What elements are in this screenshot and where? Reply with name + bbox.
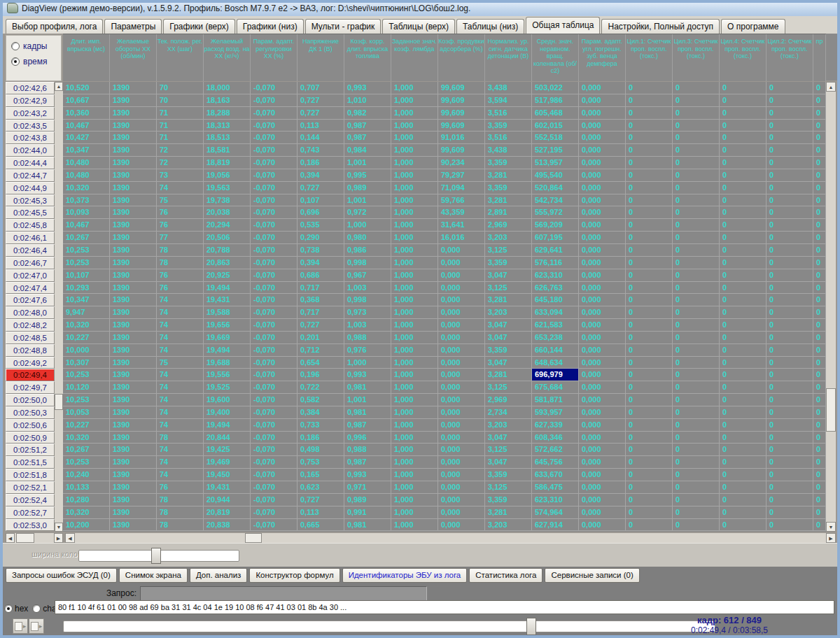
table-cell[interactable]: 0 xyxy=(720,182,766,194)
table-cell[interactable]: 0 xyxy=(813,469,826,481)
table-cell[interactable]: 0 xyxy=(720,244,766,257)
table-cell[interactable]: 10,280 xyxy=(63,494,110,506)
table-cell[interactable]: 3,047 xyxy=(485,357,532,369)
table-cell[interactable]: 0,000 xyxy=(579,194,626,207)
table-cell[interactable]: 1,000 xyxy=(391,232,438,244)
table-cell[interactable]: 1,000 xyxy=(391,132,438,144)
table-cell[interactable]: 0 xyxy=(720,306,766,319)
table-cell[interactable]: 0,000 xyxy=(579,132,626,144)
table-cell[interactable]: 0 xyxy=(766,294,813,306)
table-cell[interactable]: 0 xyxy=(673,369,720,381)
table-cell[interactable]: 3,125 xyxy=(485,244,532,257)
table-cell[interactable]: 1390 xyxy=(110,419,157,432)
table-cell[interactable]: 76 xyxy=(157,481,204,494)
table-cell[interactable]: 3,516 xyxy=(485,107,532,120)
table-cell[interactable]: 78 xyxy=(157,506,204,519)
table-cell[interactable]: 10,253 xyxy=(63,456,110,469)
row-header-time[interactable]: 0:02:43,8 xyxy=(6,132,55,144)
table-cell[interactable]: 0,113 xyxy=(298,506,344,519)
table-cell[interactable]: 18,819 xyxy=(204,157,251,169)
table-cell[interactable]: 0 xyxy=(626,319,673,332)
table-cell[interactable]: 1390 xyxy=(110,257,157,269)
table-cell[interactable]: 74 xyxy=(157,369,204,381)
table-cell[interactable]: -0,070 xyxy=(251,232,298,244)
table-cell[interactable]: 0 xyxy=(766,182,813,194)
table-cell[interactable]: 0,000 xyxy=(438,469,485,481)
table-cell[interactable]: 0,000 xyxy=(438,432,485,444)
table-cell[interactable]: 3,359 xyxy=(485,120,532,132)
selected-cell[interactable]: 696,979 xyxy=(532,369,579,381)
table-cell[interactable]: 0 xyxy=(673,519,720,532)
table-cell[interactable]: 0,000 xyxy=(438,406,485,419)
table-cell[interactable]: 0 xyxy=(673,332,720,344)
table-cell[interactable]: 10,120 xyxy=(63,381,110,394)
table-cell[interactable]: 0 xyxy=(720,82,766,94)
table-cell[interactable]: 0,394 xyxy=(298,257,344,269)
table-cell[interactable]: 75 xyxy=(157,194,204,207)
table-cell[interactable]: 1390 xyxy=(110,519,157,532)
table-cell[interactable]: 0 xyxy=(766,456,813,469)
char-radio[interactable] xyxy=(32,604,41,613)
table-cell[interactable]: 0,717 xyxy=(298,306,344,319)
table-cell[interactable]: 1,000 xyxy=(391,182,438,194)
column-header[interactable]: пр xyxy=(813,34,826,81)
row-header-time[interactable]: 0:02:48,5 xyxy=(6,332,55,344)
table-cell[interactable]: 0,753 xyxy=(298,456,344,469)
table-cell[interactable]: 0 xyxy=(813,519,826,532)
table-cell[interactable]: 0,000 xyxy=(438,269,485,282)
table-cell[interactable]: 0,000 xyxy=(438,506,485,519)
table-cell[interactable]: 0 xyxy=(673,257,720,269)
scroll-down-icon[interactable]: ▼ xyxy=(826,522,836,532)
table-cell[interactable]: 0 xyxy=(720,94,766,107)
table-cell[interactable]: 602,015 xyxy=(532,120,579,132)
table-cell[interactable]: 0 xyxy=(813,306,826,319)
table-cell[interactable]: 0 xyxy=(813,132,826,144)
table-cell[interactable]: 0 xyxy=(673,169,720,182)
table-cell[interactable]: 1390 xyxy=(110,369,157,381)
table-cell[interactable]: 0 xyxy=(720,206,766,219)
table-cell[interactable]: 3,516 xyxy=(485,132,532,144)
table-cell[interactable]: 19,556 xyxy=(204,369,251,381)
table-cell[interactable]: 1,000 xyxy=(391,257,438,269)
table-cell[interactable]: 10,667 xyxy=(63,94,110,107)
table-cell[interactable]: 10,200 xyxy=(63,519,110,532)
table-cell[interactable]: 0 xyxy=(766,444,813,456)
table-cell[interactable]: -0,070 xyxy=(251,306,298,319)
table-cell[interactable]: 0 xyxy=(720,432,766,444)
table-cell[interactable]: -0,070 xyxy=(251,120,298,132)
table-cell[interactable]: 0 xyxy=(673,282,720,295)
table-cell[interactable]: 2,891 xyxy=(485,206,532,219)
table-cell[interactable]: 74 xyxy=(157,456,204,469)
table-cell[interactable]: 10,347 xyxy=(63,144,110,157)
column-header[interactable]: Средн. знач. неравном. вращ. коленвала (… xyxy=(532,34,579,81)
table-cell[interactable]: 0,712 xyxy=(298,344,344,357)
table-cell[interactable]: 1,000 xyxy=(391,219,438,232)
table-cell[interactable]: 1,000 xyxy=(344,357,391,369)
column-header[interactable]: Длит. имп. впрыска (мс) xyxy=(63,34,110,81)
table-cell[interactable]: 10,347 xyxy=(63,294,110,306)
table-cell[interactable]: 1390 xyxy=(110,494,157,506)
extra-analysis-button[interactable]: Доп. анализ xyxy=(190,568,247,583)
table-cell[interactable]: 1390 xyxy=(110,144,157,157)
table-cell[interactable]: 1390 xyxy=(110,94,157,107)
table-cell[interactable]: 99,609 xyxy=(438,120,485,132)
tab-9[interactable]: Настройки, Полный доступ xyxy=(601,19,720,34)
table-cell[interactable]: 517,986 xyxy=(532,94,579,107)
table-cell[interactable]: -0,070 xyxy=(251,219,298,232)
table-cell[interactable]: 513,957 xyxy=(532,157,579,169)
table-cell[interactable]: 1,000 xyxy=(391,406,438,419)
table-cell[interactable]: 1,000 xyxy=(391,381,438,394)
table-cell[interactable]: 19,600 xyxy=(204,394,251,406)
table-cell[interactable]: 0 xyxy=(720,319,766,332)
table-cell[interactable]: 0,000 xyxy=(579,519,626,532)
table-cell[interactable]: 0,717 xyxy=(298,282,344,295)
table-cell[interactable]: 3,281 xyxy=(485,169,532,182)
table-cell[interactable]: 0 xyxy=(813,432,826,444)
table-cell[interactable]: 3,281 xyxy=(485,369,532,381)
table-cell[interactable]: 0,196 xyxy=(298,369,344,381)
table-cell[interactable]: 0 xyxy=(720,381,766,394)
table-cell[interactable]: 99,609 xyxy=(438,94,485,107)
scroll-left-icon[interactable]: ◀ xyxy=(6,533,15,543)
table-cell[interactable]: 2,734 xyxy=(485,406,532,419)
table-cell[interactable]: -0,070 xyxy=(251,144,298,157)
